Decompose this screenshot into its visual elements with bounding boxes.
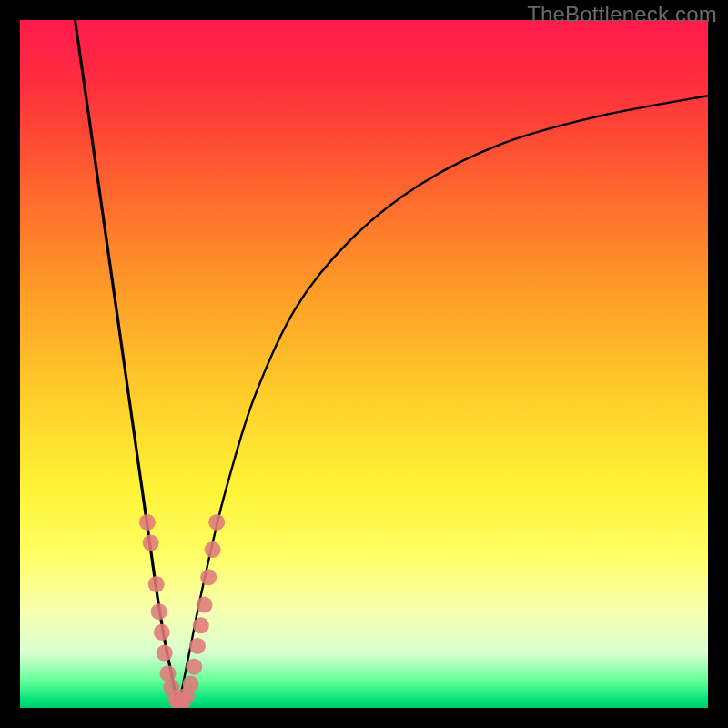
scatter-point	[160, 665, 177, 682]
scatter-point	[189, 638, 206, 654]
scatter-point	[205, 541, 221, 558]
curve-layer	[75, 20, 708, 708]
plot-area	[20, 20, 708, 708]
scatter-point	[208, 514, 225, 531]
scatter-point	[157, 645, 173, 662]
scatter-point	[139, 514, 156, 531]
scatter-point	[154, 624, 170, 641]
chart-frame: TheBottleneck.com	[0, 0, 728, 728]
scatter-point	[197, 597, 213, 613]
scatter-layer	[139, 514, 225, 708]
scatter-point	[200, 569, 217, 585]
curve-right-branch	[178, 96, 708, 708]
scatter-point	[193, 617, 209, 633]
plot-svg	[20, 20, 708, 708]
scatter-point	[148, 576, 165, 592]
scatter-point	[182, 676, 198, 693]
scatter-point	[151, 603, 167, 620]
watermark-text: TheBottleneck.com	[527, 2, 717, 27]
scatter-point	[186, 659, 202, 675]
scatter-point	[143, 535, 159, 551]
